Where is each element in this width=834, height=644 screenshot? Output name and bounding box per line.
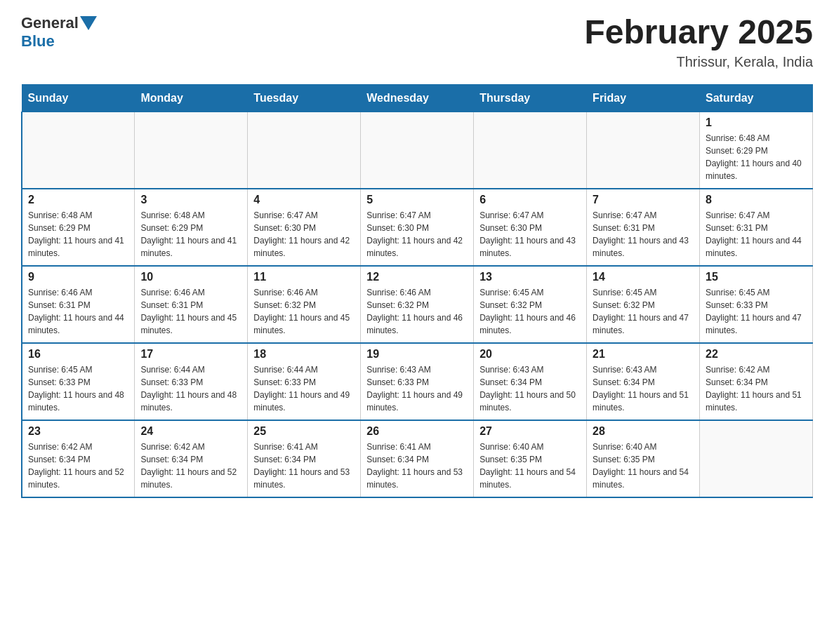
location-subtitle: Thrissur, Kerala, India [584,54,813,70]
day-cell: 13Sunrise: 6:45 AMSunset: 6:32 PMDayligh… [474,266,587,343]
logo-general-text: General [21,14,79,32]
day-number: 8 [706,194,807,206]
day-header-saturday: Saturday [700,84,813,112]
day-header-monday: Monday [135,84,248,112]
day-info: Sunrise: 6:41 AMSunset: 6:34 PMDaylight:… [253,441,355,491]
day-info: Sunrise: 6:42 AMSunset: 6:34 PMDaylight:… [706,363,807,414]
day-cell [361,112,474,189]
day-info: Sunrise: 6:46 AMSunset: 6:31 PMDaylight:… [28,286,128,337]
day-cell: 21Sunrise: 6:43 AMSunset: 6:34 PMDayligh… [587,343,700,420]
day-number: 14 [593,271,694,283]
day-number: 24 [140,425,241,438]
day-number: 10 [140,271,241,283]
day-info: Sunrise: 6:45 AMSunset: 6:33 PMDaylight:… [28,363,128,414]
calendar-table: SundayMondayTuesdayWednesdayThursdayFrid… [21,84,813,499]
page-header: General Blue February 2025 Thrissur, Ker… [21,14,813,70]
day-cell: 24Sunrise: 6:42 AMSunset: 6:34 PMDayligh… [135,420,248,497]
day-cell: 16Sunrise: 6:45 AMSunset: 6:33 PMDayligh… [22,343,135,420]
week-row-4: 16Sunrise: 6:45 AMSunset: 6:33 PMDayligh… [22,343,813,420]
month-title: February 2025 [584,14,813,51]
day-info: Sunrise: 6:48 AMSunset: 6:29 PMDaylight:… [140,209,241,260]
day-info: Sunrise: 6:47 AMSunset: 6:30 PMDaylight:… [253,209,355,260]
day-number: 28 [593,425,694,438]
day-number: 21 [593,348,694,361]
day-cell: 26Sunrise: 6:41 AMSunset: 6:34 PMDayligh… [361,420,474,497]
day-cell: 5Sunrise: 6:47 AMSunset: 6:30 PMDaylight… [361,189,474,266]
day-number: 15 [706,271,807,283]
day-cell: 7Sunrise: 6:47 AMSunset: 6:31 PMDaylight… [587,189,700,266]
day-number: 17 [140,348,241,361]
day-cell: 8Sunrise: 6:47 AMSunset: 6:31 PMDaylight… [700,189,813,266]
day-number: 22 [706,348,807,361]
day-number: 9 [28,271,128,283]
day-number: 3 [140,194,241,206]
week-row-1: 1Sunrise: 6:48 AMSunset: 6:29 PMDaylight… [22,112,813,189]
day-cell: 9Sunrise: 6:46 AMSunset: 6:31 PMDaylight… [22,266,135,343]
day-info: Sunrise: 6:46 AMSunset: 6:32 PMDaylight:… [366,286,468,337]
day-number: 1 [706,116,807,129]
day-cell: 4Sunrise: 6:47 AMSunset: 6:30 PMDaylight… [248,189,361,266]
day-cell: 23Sunrise: 6:42 AMSunset: 6:34 PMDayligh… [22,420,135,497]
day-number: 13 [479,271,581,283]
day-cell: 17Sunrise: 6:44 AMSunset: 6:33 PMDayligh… [135,343,248,420]
day-cell: 22Sunrise: 6:42 AMSunset: 6:34 PMDayligh… [700,343,813,420]
day-info: Sunrise: 6:48 AMSunset: 6:29 PMDaylight:… [706,132,807,182]
title-block: February 2025 Thrissur, Kerala, India [584,14,813,70]
day-info: Sunrise: 6:47 AMSunset: 6:31 PMDaylight:… [706,209,807,260]
day-number: 12 [366,271,468,283]
day-cell: 18Sunrise: 6:44 AMSunset: 6:33 PMDayligh… [248,343,361,420]
day-cell [474,112,587,189]
day-header-tuesday: Tuesday [248,84,361,112]
day-cell: 20Sunrise: 6:43 AMSunset: 6:34 PMDayligh… [474,343,587,420]
day-number: 26 [366,425,468,438]
day-cell: 14Sunrise: 6:45 AMSunset: 6:32 PMDayligh… [587,266,700,343]
day-number: 27 [479,425,581,438]
day-info: Sunrise: 6:41 AMSunset: 6:34 PMDaylight:… [366,441,468,491]
week-row-3: 9Sunrise: 6:46 AMSunset: 6:31 PMDaylight… [22,266,813,343]
day-info: Sunrise: 6:48 AMSunset: 6:29 PMDaylight:… [28,209,128,260]
day-number: 2 [28,194,128,206]
day-info: Sunrise: 6:44 AMSunset: 6:33 PMDaylight:… [253,363,355,414]
day-cell: 15Sunrise: 6:45 AMSunset: 6:33 PMDayligh… [700,266,813,343]
day-number: 5 [366,194,468,206]
day-cell: 6Sunrise: 6:47 AMSunset: 6:30 PMDaylight… [474,189,587,266]
day-cell [135,112,248,189]
day-cell: 19Sunrise: 6:43 AMSunset: 6:33 PMDayligh… [361,343,474,420]
day-number: 16 [28,348,128,361]
day-number: 7 [593,194,694,206]
day-number: 20 [479,348,581,361]
day-header-sunday: Sunday [22,84,135,112]
day-cell: 2Sunrise: 6:48 AMSunset: 6:29 PMDaylight… [22,189,135,266]
day-info: Sunrise: 6:47 AMSunset: 6:30 PMDaylight:… [479,209,581,260]
day-cell [248,112,361,189]
day-number: 11 [253,271,355,283]
week-row-5: 23Sunrise: 6:42 AMSunset: 6:34 PMDayligh… [22,420,813,497]
day-number: 19 [366,348,468,361]
day-info: Sunrise: 6:40 AMSunset: 6:35 PMDaylight:… [593,441,694,491]
day-cell [587,112,700,189]
day-cell: 3Sunrise: 6:48 AMSunset: 6:29 PMDaylight… [135,189,248,266]
logo-triangle-icon [80,16,97,30]
day-number: 4 [253,194,355,206]
day-info: Sunrise: 6:46 AMSunset: 6:32 PMDaylight:… [253,286,355,337]
day-cell: 1Sunrise: 6:48 AMSunset: 6:29 PMDaylight… [700,112,813,189]
day-number: 23 [28,425,128,438]
day-cell: 27Sunrise: 6:40 AMSunset: 6:35 PMDayligh… [474,420,587,497]
logo: General Blue [21,14,98,51]
day-info: Sunrise: 6:46 AMSunset: 6:31 PMDaylight:… [140,286,241,337]
day-info: Sunrise: 6:43 AMSunset: 6:34 PMDaylight:… [479,363,581,414]
day-info: Sunrise: 6:44 AMSunset: 6:33 PMDaylight:… [140,363,241,414]
day-info: Sunrise: 6:43 AMSunset: 6:34 PMDaylight:… [593,363,694,414]
day-info: Sunrise: 6:45 AMSunset: 6:32 PMDaylight:… [593,286,694,337]
day-info: Sunrise: 6:42 AMSunset: 6:34 PMDaylight:… [28,441,128,491]
day-header-thursday: Thursday [474,84,587,112]
day-number: 6 [479,194,581,206]
logo-blue-text: Blue [21,32,55,51]
day-cell: 28Sunrise: 6:40 AMSunset: 6:35 PMDayligh… [587,420,700,497]
day-header-row: SundayMondayTuesdayWednesdayThursdayFrid… [22,84,813,112]
day-info: Sunrise: 6:43 AMSunset: 6:33 PMDaylight:… [366,363,468,414]
day-cell [700,420,813,497]
day-info: Sunrise: 6:47 AMSunset: 6:31 PMDaylight:… [593,209,694,260]
day-cell: 25Sunrise: 6:41 AMSunset: 6:34 PMDayligh… [248,420,361,497]
day-cell [22,112,135,189]
